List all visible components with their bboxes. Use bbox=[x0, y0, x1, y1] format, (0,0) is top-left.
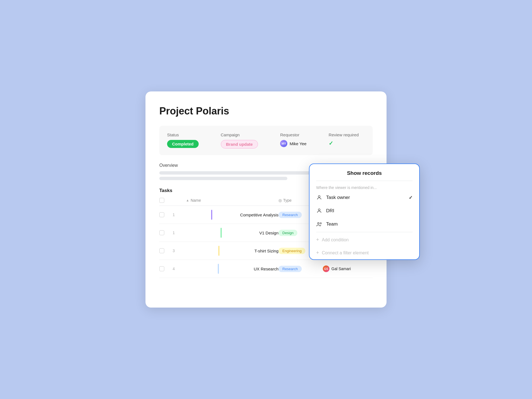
requestor-value-row: MY Mike Yee bbox=[280, 140, 306, 147]
contact-name: Gal Samari bbox=[331, 267, 351, 271]
row-type-cell: Research bbox=[278, 266, 323, 272]
row-name-cell: V1 Design bbox=[186, 228, 278, 238]
team-label: Team bbox=[326, 221, 413, 227]
type-badge[interactable]: Research bbox=[278, 266, 302, 272]
row-name-cell: UX Research bbox=[186, 264, 278, 274]
row-contact-cell: GS Gal Samari bbox=[323, 265, 373, 272]
checkbox-header bbox=[159, 198, 173, 203]
type-badge[interactable]: Engineering bbox=[278, 248, 305, 254]
task-owner-icon bbox=[316, 195, 322, 201]
sort-icon: ▲ bbox=[186, 198, 189, 202]
status-badge: Completed bbox=[167, 140, 199, 148]
color-bar bbox=[211, 210, 212, 220]
row-num: 4 bbox=[173, 267, 186, 271]
svg-point-1 bbox=[318, 209, 320, 211]
campaign-badge: Brand update bbox=[221, 140, 258, 149]
main-card: Project Polaris Status Completed Campaig… bbox=[145, 91, 387, 308]
requestor-field: Requestor MY Mike Yee bbox=[280, 132, 306, 149]
popup-subtitle: Where the viewer is mentioned in... bbox=[310, 181, 419, 191]
dri-label: DRI bbox=[326, 208, 413, 214]
show-records-popup: Show records Where the viewer is mention… bbox=[309, 163, 420, 260]
status-label: Status bbox=[167, 132, 199, 137]
project-title: Project Polaris bbox=[159, 105, 373, 117]
task-owner-check: ✓ bbox=[409, 195, 413, 201]
svg-point-0 bbox=[318, 196, 320, 198]
row-num: 1 bbox=[173, 213, 186, 217]
row-num: 1 bbox=[173, 231, 186, 235]
table-row: 4 UX Research Research GS Gal Samari bbox=[159, 260, 373, 278]
requestor-name: Mike Yee bbox=[290, 141, 306, 146]
popup-action-add-condition[interactable]: + Add condition bbox=[310, 233, 419, 246]
task-owner-label: Task owner bbox=[326, 195, 405, 200]
connect-filter-label: Connect a filter element bbox=[322, 250, 369, 255]
plus-icon: + bbox=[316, 237, 319, 243]
popup-option-team[interactable]: Team bbox=[310, 218, 419, 231]
row-checkbox[interactable] bbox=[159, 266, 173, 271]
overview-bar-short bbox=[159, 177, 287, 180]
color-bar bbox=[218, 246, 219, 256]
th-name: ▲ Name bbox=[186, 198, 278, 203]
color-bar bbox=[218, 264, 219, 274]
row-checkbox[interactable] bbox=[159, 230, 173, 235]
requestor-label: Requestor bbox=[280, 132, 306, 137]
color-bar bbox=[221, 228, 222, 238]
th-name-label: Name bbox=[191, 198, 201, 203]
fields-row: Status Completed Campaign Brand update R… bbox=[159, 126, 373, 155]
row-name-cell: T-shirt Sizing bbox=[186, 246, 278, 256]
popup-header: Show records bbox=[310, 164, 419, 176]
task-name[interactable]: T-shirt Sizing bbox=[254, 249, 278, 253]
popup-action-connect-filter[interactable]: + Connect a filter element bbox=[310, 246, 419, 259]
row-checkbox[interactable] bbox=[159, 248, 173, 253]
dri-icon bbox=[316, 208, 322, 214]
th-num bbox=[173, 198, 186, 203]
campaign-label: Campaign bbox=[221, 132, 258, 137]
add-condition-label: Add condition bbox=[322, 237, 349, 242]
th-type-label: Type bbox=[283, 198, 291, 203]
type-badge[interactable]: Design bbox=[278, 230, 297, 236]
task-name[interactable]: Competitive Analysis bbox=[240, 213, 278, 217]
row-num: 3 bbox=[173, 249, 186, 253]
task-name[interactable]: V1 Design bbox=[259, 231, 278, 235]
header-checkbox[interactable] bbox=[159, 198, 164, 203]
svg-point-2 bbox=[318, 222, 319, 224]
type-icon: ◎ bbox=[278, 198, 282, 203]
review-check-icon: ✓ bbox=[329, 140, 359, 147]
review-field: Review required ✓ bbox=[329, 132, 359, 149]
team-icon bbox=[316, 221, 322, 227]
contact-avatar: GS bbox=[323, 265, 329, 272]
campaign-field: Campaign Brand update bbox=[221, 132, 258, 149]
review-label: Review required bbox=[329, 132, 359, 137]
row-checkbox[interactable] bbox=[159, 212, 173, 217]
plus-icon: + bbox=[316, 250, 319, 256]
svg-point-3 bbox=[320, 223, 321, 224]
status-field: Status Completed bbox=[167, 132, 199, 149]
mike-avatar: MY bbox=[280, 140, 287, 147]
popup-option-task-owner[interactable]: Task owner ✓ bbox=[310, 191, 419, 204]
popup-option-dri[interactable]: DRI bbox=[310, 204, 419, 218]
row-name-cell: Competitive Analysis bbox=[186, 210, 278, 220]
popup-actions-divider bbox=[316, 232, 413, 232]
type-badge[interactable]: Research bbox=[278, 212, 302, 218]
task-name[interactable]: UX Research bbox=[254, 267, 278, 271]
